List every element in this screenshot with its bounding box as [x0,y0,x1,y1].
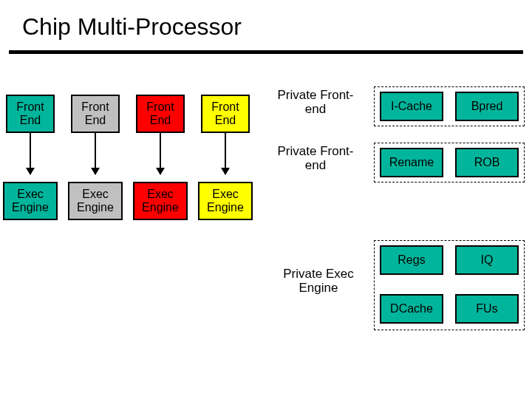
private-front-end-label-1: Private Front-end [275,89,356,116]
diagram-title: Chip Multi-Processor [22,13,242,41]
arrow-2 [95,133,96,174]
bpred-box: Bpred [455,92,519,121]
arrow-4 [225,133,226,174]
arrow-3 [160,133,161,174]
arrow-1 [30,133,31,174]
exec-engine-box-1: Exec Engine [3,182,58,220]
dcache-box: DCache [380,294,443,324]
front-end-box-1: Front End [6,95,55,133]
exec-engine-box-3: Exec Engine [133,182,188,220]
private-front-end-label-2: Private Front-end [275,145,356,172]
icache-box: I-Cache [380,92,443,121]
front-end-box-2: Front End [71,95,120,133]
private-exec-engine-label: Private Exec Engine [270,267,366,295]
rename-box: Rename [380,148,443,177]
exec-engine-box-2: Exec Engine [68,182,123,220]
regs-box: Regs [380,245,443,275]
exec-engine-box-4: Exec Engine [198,182,253,220]
fus-box: FUs [455,294,519,324]
front-end-box-3: Front End [136,95,185,133]
iq-box: IQ [455,245,519,275]
front-end-box-4: Front End [201,95,250,133]
rob-box: ROB [455,148,519,177]
title-underline [9,50,523,54]
